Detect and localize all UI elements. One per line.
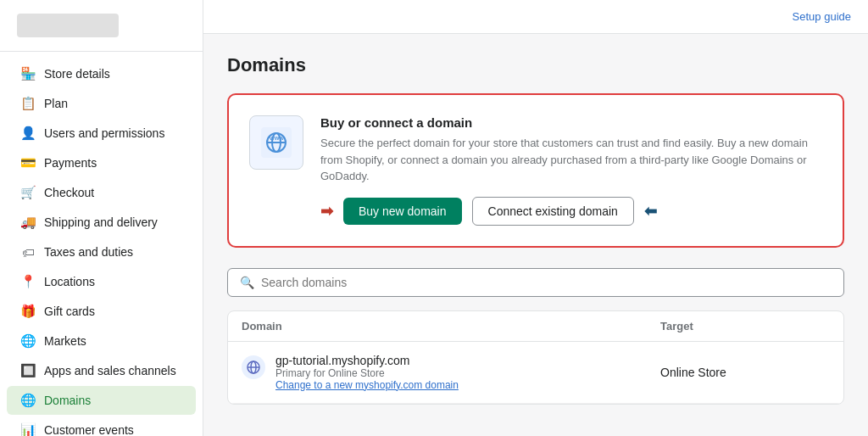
sidebar-item-label: Shipping and delivery: [44, 215, 158, 229]
target-column-header: Target: [660, 320, 830, 333]
sidebar-item-label: Apps and sales channels: [44, 364, 176, 377]
domain-card-title: Buy or connect a domain: [320, 115, 822, 130]
setup-guide-link[interactable]: Setup guide: [793, 10, 851, 23]
sidebar-item-plan[interactable]: 📋Plan: [7, 89, 196, 118]
sidebar: 🏪Store details📋Plan👤Users and permission…: [0, 0, 203, 436]
domain-row-details: gp-tutorial.myshopify.com Primary for On…: [275, 354, 459, 391]
locations-icon: 📍: [20, 274, 36, 289]
sidebar-item-label: Domains: [44, 394, 91, 407]
main-content: Setup guide Domains WWW Buy or connect a…: [203, 0, 868, 436]
search-input[interactable]: [261, 276, 832, 289]
topbar: Setup guide: [203, 0, 868, 34]
table-row: gp-tutorial.myshopify.com Primary for On…: [228, 342, 843, 404]
sidebar-item-domains[interactable]: 🌐Domains: [7, 386, 196, 415]
sidebar-item-payments[interactable]: 💳Payments: [7, 148, 196, 177]
sidebar-item-label: Store details: [44, 67, 110, 81]
domains-table: Domain Target gp-tutorial.myshopify.com …: [227, 310, 844, 405]
domain-card-icon: WWW: [249, 115, 303, 170]
sidebar-item-users-permissions[interactable]: 👤Users and permissions: [7, 119, 196, 148]
sidebar-item-label: Checkout: [44, 186, 94, 199]
connect-existing-domain-button[interactable]: Connect existing domain: [472, 197, 634, 226]
sidebar-item-label: Markets: [44, 334, 86, 348]
content-area: Domains WWW Buy or connect a domain Secu…: [203, 34, 868, 436]
domain-card-description: Secure the perfect domain for your store…: [320, 135, 822, 185]
sidebar-item-label: Plan: [44, 97, 68, 110]
sidebar-item-markets[interactable]: 🌐Markets: [7, 327, 196, 355]
sidebar-logo-area: [0, 0, 203, 52]
sidebar-item-taxes-duties[interactable]: 🏷Taxes and duties: [7, 238, 196, 266]
store-logo: [17, 14, 119, 37]
store-details-icon: 🏪: [20, 66, 36, 81]
buy-new-domain-button[interactable]: Buy new domain: [343, 198, 462, 225]
sidebar-item-label: Locations: [44, 275, 95, 288]
payments-icon: 💳: [20, 155, 36, 170]
search-bar[interactable]: 🔍: [227, 268, 844, 297]
sidebar-item-label: Taxes and duties: [44, 245, 133, 259]
domain-card-actions: ➡ Buy new domain Connect existing domain…: [320, 197, 822, 226]
domain-row-info: gp-tutorial.myshopify.com Primary for On…: [242, 354, 660, 391]
connect-domain-arrow-icon: ⬅: [644, 202, 657, 221]
sidebar-item-label: Customer events: [44, 423, 134, 436]
sidebar-item-store-details[interactable]: 🏪Store details: [7, 59, 196, 88]
sidebar-item-shipping-delivery[interactable]: 🚚Shipping and delivery: [7, 208, 196, 237]
page-title: Domains: [227, 54, 844, 76]
sidebar-item-label: Users and permissions: [44, 126, 164, 140]
sidebar-item-checkout[interactable]: 🛒Checkout: [7, 178, 196, 207]
table-header-row: Domain Target: [228, 311, 843, 342]
taxes-duties-icon: 🏷: [20, 244, 36, 260]
search-icon: 🔍: [240, 276, 254, 289]
svg-text:WWW: WWW: [270, 136, 284, 141]
www-icon: WWW: [261, 127, 292, 158]
change-domain-link[interactable]: Change to a new myshopify.com domain: [275, 379, 459, 391]
gift-cards-icon: 🎁: [20, 304, 36, 319]
apps-sales-icon: 🔲: [20, 363, 36, 378]
sidebar-item-apps-sales[interactable]: 🔲Apps and sales channels: [7, 356, 196, 385]
plan-icon: 📋: [20, 96, 36, 111]
globe-icon: [247, 361, 260, 374]
sidebar-item-gift-cards[interactable]: 🎁Gift cards: [7, 297, 196, 326]
buy-domain-arrow-icon: ➡: [320, 202, 333, 221]
sidebar-item-label: Gift cards: [44, 305, 95, 318]
domain-globe-icon: [242, 355, 265, 379]
users-permissions-icon: 👤: [20, 126, 36, 141]
domain-card-body: Buy or connect a domain Secure the perfe…: [320, 115, 822, 226]
domain-promo-card: WWW Buy or connect a domain Secure the p…: [227, 93, 844, 248]
shipping-delivery-icon: 🚚: [20, 215, 36, 230]
sidebar-item-locations[interactable]: 📍Locations: [7, 267, 196, 296]
checkout-icon: 🛒: [20, 185, 36, 200]
markets-icon: 🌐: [20, 333, 36, 349]
sidebar-item-customer-events[interactable]: 📊Customer events: [7, 416, 196, 436]
domain-status: Primary for Online Store: [275, 367, 459, 379]
customer-events-icon: 📊: [20, 422, 36, 436]
domain-name: gp-tutorial.myshopify.com: [275, 354, 459, 367]
sidebar-nav: 🏪Store details📋Plan👤Users and permission…: [0, 52, 203, 436]
target-cell: Online Store: [660, 366, 830, 379]
domains-icon: 🌐: [20, 393, 36, 408]
sidebar-item-label: Payments: [44, 156, 97, 170]
domain-column-header: Domain: [242, 320, 660, 333]
